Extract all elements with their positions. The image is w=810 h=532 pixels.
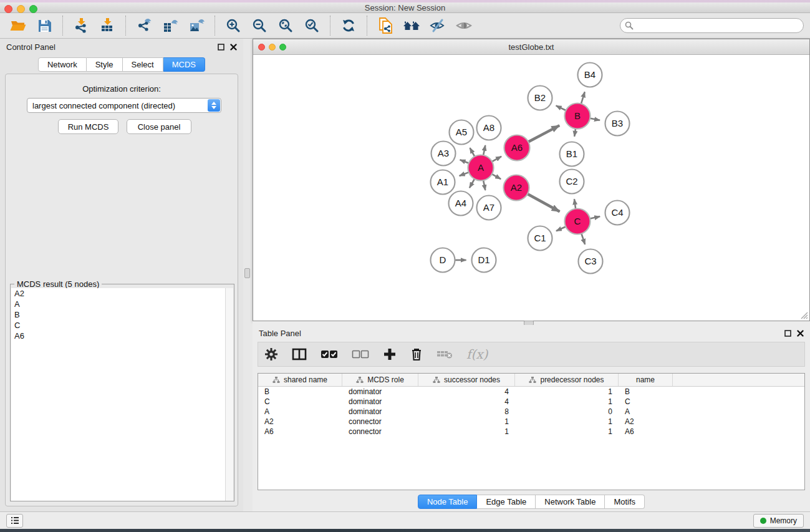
open-folder-icon[interactable]: [5, 15, 31, 36]
mcds-result-list[interactable]: A2ABCA6: [11, 288, 226, 501]
close-panel-button[interactable]: Close panel: [127, 119, 191, 134]
graph-edge-A-A8[interactable]: [483, 145, 485, 156]
vertical-split-handle[interactable]: [244, 268, 250, 278]
memory-button[interactable]: Memory: [753, 514, 804, 528]
float-panel-icon[interactable]: [218, 44, 224, 51]
import-table-icon[interactable]: [94, 15, 120, 36]
graph-edge-A-A6[interactable]: [491, 157, 501, 162]
graph-edge-B-B2[interactable]: [556, 105, 567, 110]
tab-network[interactable]: Network: [38, 57, 87, 72]
tab-select[interactable]: Select: [123, 57, 163, 72]
column-view-icon[interactable]: [292, 347, 307, 361]
graph-node-B4[interactable]: B4: [578, 63, 602, 87]
graph-edge-C-C3[interactable]: [581, 233, 585, 244]
result-list-scrollbar[interactable]: [225, 288, 233, 501]
graph-node-A7[interactable]: A7: [477, 196, 501, 220]
tab-mcds[interactable]: MCDS: [163, 57, 205, 72]
clone-network-icon[interactable]: [372, 15, 398, 36]
graph-node-B3[interactable]: B3: [605, 112, 630, 136]
result-item[interactable]: A2: [11, 288, 226, 299]
graph-edge-A-A1[interactable]: [460, 172, 470, 176]
maximize-window-button[interactable]: [29, 5, 37, 13]
export-network-icon[interactable]: [131, 15, 157, 36]
select-all-checkboxes-icon[interactable]: [321, 350, 338, 359]
close-network-window-button[interactable]: [258, 44, 265, 51]
table-row[interactable]: A6connector11A6: [258, 427, 804, 437]
result-item[interactable]: A: [11, 299, 226, 309]
graph-node-A3[interactable]: A3: [432, 142, 456, 166]
graph-edge-A-A4[interactable]: [470, 178, 475, 188]
criterion-select[interactable]: largest connected component (directed): [27, 98, 221, 113]
tab-style[interactable]: Style: [87, 57, 123, 72]
minimize-network-window-button[interactable]: [269, 44, 276, 51]
graph-node-A5[interactable]: A5: [450, 120, 474, 145]
graph-edge-A2-C[interactable]: [527, 193, 559, 211]
column-header-predecessor-nodes[interactable]: predecessor nodes: [515, 374, 619, 386]
graph-node-C1[interactable]: C1: [528, 226, 552, 251]
zoom-fit-icon[interactable]: [272, 15, 299, 36]
graph-node-D[interactable]: D: [431, 248, 455, 273]
close-panel-icon[interactable]: [797, 330, 804, 337]
graph-node-C2[interactable]: C2: [560, 170, 584, 194]
graph-edge-A-A5[interactable]: [470, 148, 475, 157]
tab-motifs[interactable]: Motifs: [605, 495, 645, 509]
graph-node-C3[interactable]: C3: [579, 249, 603, 274]
graph-node-A6[interactable]: A6: [504, 135, 530, 161]
delete-column-icon[interactable]: [410, 347, 423, 361]
search-input[interactable]: [620, 18, 804, 33]
deselect-all-checkboxes-icon[interactable]: [352, 350, 369, 359]
task-history-button[interactable]: [6, 514, 23, 528]
graph-edge-A-A2[interactable]: [491, 174, 501, 180]
network-canvas[interactable]: B4B2BB3A8A5A6A3B1AA1C2A2A4A7C4CC1C3DD1: [253, 55, 809, 321]
graph-node-A[interactable]: A: [468, 155, 494, 181]
graph-node-A8[interactable]: A8: [477, 116, 501, 140]
close-window-button[interactable]: [4, 5, 12, 13]
graph-node-B2[interactable]: B2: [528, 86, 552, 110]
hide-selected-icon[interactable]: [425, 15, 451, 36]
graph-node-C[interactable]: C: [565, 209, 591, 235]
window-resize-grip[interactable]: [800, 311, 808, 319]
maximize-network-window-button[interactable]: [279, 44, 286, 51]
column-header-shared-name[interactable]: shared name: [258, 374, 342, 386]
tab-edge-table[interactable]: Edge Table: [477, 495, 536, 509]
column-header-name[interactable]: name: [619, 374, 673, 386]
result-item[interactable]: C: [11, 320, 226, 331]
run-mcds-button[interactable]: Run MCDS: [58, 119, 118, 134]
graph-edge-C-C2[interactable]: [574, 199, 576, 209]
table-row[interactable]: Adominator80A: [258, 407, 804, 417]
graph-node-C4[interactable]: C4: [605, 201, 630, 225]
graph-edge-C-C4[interactable]: [589, 216, 600, 219]
zoom-selected-icon[interactable]: [299, 15, 325, 36]
table-row[interactable]: A2connector11A2: [258, 417, 804, 427]
graph-edge-A6-B[interactable]: [528, 125, 559, 142]
refresh-icon[interactable]: [335, 15, 362, 36]
graph-node-A1[interactable]: A1: [431, 170, 455, 195]
graph-node-A4[interactable]: A4: [449, 191, 473, 216]
table-row[interactable]: Cdominator41C: [258, 397, 804, 407]
tab-network-table[interactable]: Network Table: [536, 495, 605, 509]
close-panel-icon[interactable]: [230, 44, 237, 51]
network-window-titlebar[interactable]: testGlobe.txt: [253, 39, 809, 55]
column-header-MCDS-role[interactable]: MCDS role: [342, 374, 418, 386]
graph-node-B1[interactable]: B1: [560, 142, 584, 167]
zoom-out-icon[interactable]: [246, 15, 272, 36]
column-header-successor-nodes[interactable]: successor nodes: [418, 374, 515, 386]
graph-node-D1[interactable]: D1: [472, 248, 496, 273]
result-item[interactable]: B: [11, 309, 226, 320]
show-all-icon[interactable]: [451, 15, 477, 36]
graph-node-A2[interactable]: A2: [504, 175, 529, 201]
graph-edge-B-B4[interactable]: [581, 92, 585, 104]
settings-gear-icon[interactable]: [264, 347, 278, 361]
graph-edge-C-C1[interactable]: [556, 226, 566, 231]
tab-node-table[interactable]: Node Table: [418, 495, 478, 509]
table-row[interactable]: Bdominator41B: [258, 387, 804, 397]
graph-edge-A-A3[interactable]: [460, 160, 470, 163]
export-image-icon[interactable]: [183, 15, 210, 36]
save-session-icon[interactable]: [31, 15, 57, 36]
zoom-in-icon[interactable]: [220, 15, 246, 36]
graph-edge-A-A7[interactable]: [483, 180, 485, 190]
float-panel-icon[interactable]: [784, 330, 791, 337]
export-table-icon[interactable]: [157, 15, 183, 36]
home-network-icon[interactable]: [398, 15, 425, 36]
minimize-window-button[interactable]: [17, 5, 25, 13]
